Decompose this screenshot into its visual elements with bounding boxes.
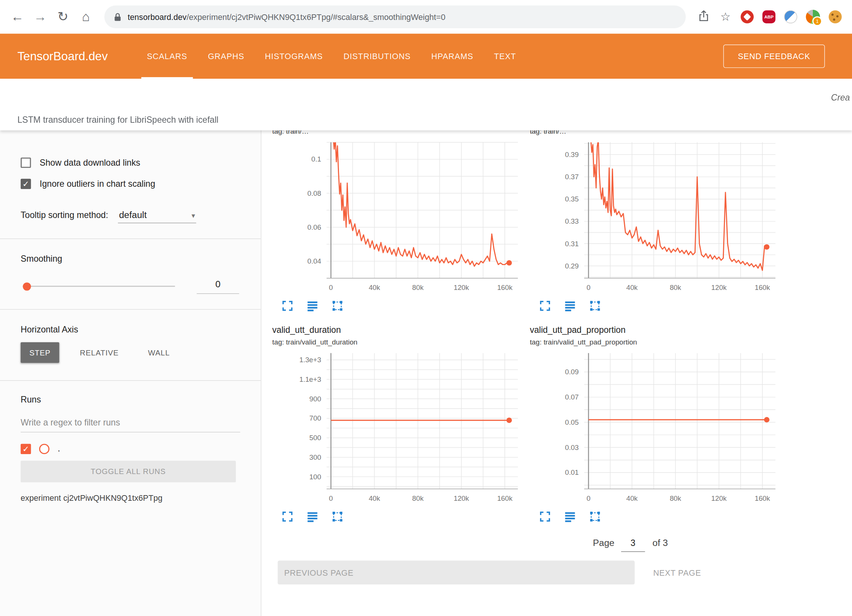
fit-domain-icon[interactable] — [588, 511, 602, 524]
home-icon[interactable]: ⌂ — [76, 9, 96, 24]
tab-graphs[interactable]: GRAPHS — [208, 34, 244, 79]
send-feedback-button[interactable]: SEND FEEDBACK — [723, 44, 825, 68]
sub-header: Crea LSTM transducer training for LibriS… — [0, 79, 852, 130]
tab-distributions[interactable]: DISTRIBUTIONS — [344, 34, 411, 79]
svg-text:0.29: 0.29 — [565, 262, 579, 270]
svg-text:40k: 40k — [369, 494, 380, 502]
data-list-icon[interactable] — [306, 511, 319, 524]
svg-text:0: 0 — [329, 494, 333, 502]
svg-text:0.07: 0.07 — [565, 393, 579, 401]
show-download-checkbox[interactable] — [21, 157, 31, 168]
svg-text:120k: 120k — [711, 494, 727, 502]
smoothing-value-input[interactable] — [197, 278, 239, 294]
fit-domain-icon[interactable] — [331, 300, 344, 313]
abp-extension-icon[interactable]: ABP — [762, 10, 776, 23]
svg-text:1.1e+3: 1.1e+3 — [299, 375, 321, 383]
data-list-icon[interactable] — [563, 300, 577, 313]
previous-page-button[interactable]: PREVIOUS PAGE — [278, 561, 635, 584]
adblock-extension-icon[interactable] — [741, 10, 754, 23]
horizontal-axis-buttons: STEP RELATIVE WALL — [21, 342, 240, 363]
svg-text:0.39: 0.39 — [565, 151, 579, 159]
smoothing-slider[interactable] — [23, 281, 175, 291]
profile-avatar[interactable]: 1 — [806, 10, 820, 24]
svg-text:40k: 40k — [626, 494, 638, 502]
chart-tag: tag: train/valid_utt_duration — [272, 337, 525, 348]
check-icon: ✓ — [22, 445, 29, 453]
svg-text:120k: 120k — [454, 284, 469, 291]
forward-icon[interactable]: → — [31, 9, 50, 24]
ignore-outliers-row: ✓ Ignore outliers in chart scaling — [21, 179, 240, 189]
data-list-icon[interactable] — [306, 300, 319, 313]
tab-scalars[interactable]: SCALARS — [147, 34, 187, 79]
data-list-icon[interactable] — [563, 511, 577, 524]
show-download-row: Show data download links — [21, 157, 240, 168]
url-domain: tensorboard.dev — [128, 12, 186, 21]
fit-domain-icon[interactable] — [331, 511, 344, 524]
reload-icon[interactable]: ↻ — [53, 9, 73, 24]
svg-text:0.37: 0.37 — [565, 173, 579, 181]
svg-text:160k: 160k — [755, 494, 770, 502]
axis-step-button[interactable]: STEP — [21, 342, 59, 363]
ignore-outliers-label: Ignore outliers in chart scaling — [40, 179, 155, 189]
svg-text:40k: 40k — [369, 284, 380, 291]
svg-text:300: 300 — [309, 453, 321, 461]
chart-tag: tag: train/valid_utt_pad_proportion — [530, 337, 783, 348]
page-buttons: PREVIOUS PAGE NEXT PAGE — [272, 561, 852, 584]
svg-text:80k: 80k — [412, 494, 424, 502]
expand-chart-icon[interactable] — [281, 300, 294, 313]
tab-hparams[interactable]: HPARAMS — [431, 34, 473, 79]
expand-chart-icon[interactable] — [539, 300, 552, 313]
cookie-extension-icon[interactable] — [829, 10, 842, 23]
chart-actions — [272, 296, 525, 313]
url-path: /experiment/cj2vtPiwQHKN9Q1tx6PTpg/#scal… — [186, 12, 445, 21]
svg-text:160k: 160k — [497, 284, 513, 291]
charts-row-top: tag: train/… 0.040.060.080.1040k80k120k1… — [272, 130, 852, 313]
run-checkbox[interactable]: ✓ — [21, 444, 31, 454]
svg-text:80k: 80k — [670, 494, 681, 502]
horizontal-axis-label: Horizontal Axis — [21, 325, 240, 335]
svg-text:0.31: 0.31 — [565, 240, 579, 248]
runs-filter-input[interactable] — [21, 416, 240, 433]
extension-icon[interactable] — [784, 10, 797, 23]
fit-domain-icon[interactable] — [588, 300, 602, 313]
next-page-button[interactable]: NEXT PAGE — [650, 567, 704, 578]
svg-text:80k: 80k — [412, 284, 424, 291]
axis-wall-button[interactable]: WALL — [139, 342, 179, 363]
bookmark-star-icon[interactable]: ☆ — [716, 10, 734, 23]
main-nav: SCALARS GRAPHS HISTOGRAMS DISTRIBUTIONS … — [147, 34, 516, 79]
axis-relative-button[interactable]: RELATIVE — [71, 342, 127, 363]
toggle-all-runs-button[interactable]: TOGGLE ALL RUNS — [21, 460, 236, 482]
page-number-input[interactable] — [621, 538, 645, 552]
pagination: Page of 3 — [593, 538, 852, 552]
share-icon[interactable] — [695, 9, 713, 24]
tensorboard-header: TensorBoard.dev SCALARS GRAPHS HISTOGRAM… — [0, 34, 852, 79]
expand-chart-icon[interactable] — [539, 511, 552, 524]
tab-text[interactable]: TEXT — [494, 34, 516, 79]
expand-chart-icon[interactable] — [281, 511, 294, 524]
check-icon: ✓ — [22, 180, 29, 188]
tab-histograms[interactable]: HISTOGRAMS — [265, 34, 323, 79]
back-icon[interactable]: ← — [8, 9, 27, 24]
tooltip-sorting-select[interactable]: default ▾ — [118, 210, 196, 223]
run-color-swatch[interactable] — [39, 444, 49, 454]
line-chart[interactable]: 0.290.310.330.350.370.39040k80k120k160k — [530, 140, 780, 296]
line-chart[interactable]: 1003005007009001.1e+31.3e+3040k80k120k16… — [272, 351, 522, 506]
abp-label: ABP — [764, 14, 773, 19]
chart-card: valid_utt_pad_proportion tag: train/vali… — [530, 324, 783, 524]
chart-title: valid_utt_duration — [272, 324, 525, 337]
ignore-outliers-checkbox[interactable]: ✓ — [21, 179, 31, 189]
tooltip-sorting-row: Tooltip sorting method: default ▾ — [21, 210, 240, 223]
svg-text:0.33: 0.33 — [565, 217, 579, 225]
chart-tag: tag: train/… — [272, 130, 525, 137]
line-chart[interactable]: 0.010.030.050.070.09040k80k120k160k — [530, 351, 780, 506]
svg-text:500: 500 — [309, 434, 321, 442]
line-chart[interactable]: 0.040.060.080.1040k80k120k160k — [272, 140, 522, 296]
run-row: ✓ . — [21, 443, 240, 454]
svg-text:0.1: 0.1 — [311, 155, 321, 163]
lock-icon[interactable] — [114, 12, 121, 21]
slider-thumb[interactable] — [23, 282, 31, 290]
url-bar[interactable]: tensorboard.dev/experiment/cj2vtPiwQHKN9… — [104, 5, 686, 28]
chart-card: tag: train/… 0.290.310.330.350.370.39040… — [530, 130, 783, 313]
svg-text:0.05: 0.05 — [565, 418, 579, 426]
app-logo: TensorBoard.dev — [17, 49, 108, 64]
